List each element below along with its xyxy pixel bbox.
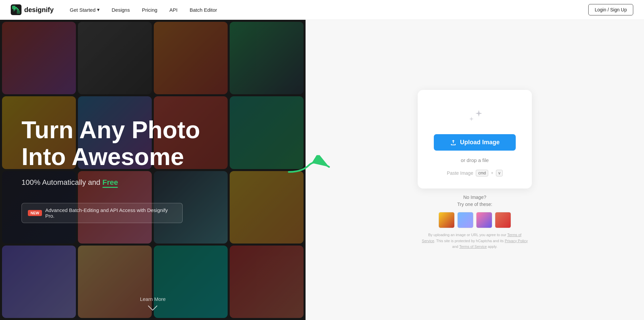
svg-rect-1: [12, 6, 15, 9]
chevron-down-icon: [148, 301, 157, 311]
paste-row: Paste Image cmd + v: [447, 170, 503, 176]
nav-batch-editor[interactable]: Batch Editor: [190, 7, 217, 13]
nav-get-started[interactable]: Get Started ▾: [70, 7, 100, 13]
legal-text: By uploading an image or URL you agree t…: [421, 232, 528, 250]
kbd-cmd: cmd: [476, 170, 488, 176]
sparkles-icon: [464, 106, 486, 127]
hero-badge: NEW Advanced Batch-Editing and API Acces…: [21, 203, 183, 223]
nav-pricing[interactable]: Pricing: [142, 7, 157, 13]
svg-rect-2: [17, 10, 20, 14]
chevron-icon: ▾: [97, 7, 100, 13]
sample-images: [439, 212, 511, 228]
sample-image-1[interactable]: [439, 212, 455, 228]
logo-icon: [11, 4, 21, 15]
nav-api[interactable]: API: [170, 7, 178, 13]
badge-text: Advanced Batch-Editing and API Access wi…: [45, 207, 176, 219]
no-image-section: No Image? Try one of these:: [439, 194, 511, 228]
main-container: Turn Any Photo Into Awesome 100% Automat…: [0, 20, 644, 320]
login-button[interactable]: Login / Sign Up: [588, 4, 633, 15]
nav-links: Get Started ▾ Designs Pricing API Batch …: [70, 7, 588, 13]
upload-card: Upload Image or drop a file Paste Image …: [418, 90, 532, 189]
learn-more-link[interactable]: Learn More: [140, 296, 166, 309]
nav-designs[interactable]: Designs: [112, 7, 130, 13]
sample-image-4[interactable]: [495, 212, 511, 228]
badge-new-label: NEW: [28, 210, 42, 216]
upload-image-button[interactable]: Upload Image: [434, 134, 516, 151]
logo-link[interactable]: designify: [11, 4, 54, 15]
sample-image-2[interactable]: [457, 212, 473, 228]
hero-overlay: Turn Any Photo Into Awesome 100% Automat…: [0, 20, 306, 320]
hero-section: Turn Any Photo Into Awesome 100% Automat…: [0, 20, 306, 320]
no-image-text: No Image? Try one of these:: [457, 194, 493, 208]
upload-icon: [450, 139, 457, 146]
kbd-v: v: [496, 170, 503, 176]
navbar: designify Get Started ▾ Designs Pricing …: [0, 0, 644, 20]
terms-of-service-link[interactable]: Terms of Service: [459, 245, 487, 249]
green-arrow-icon: [285, 155, 332, 178]
privacy-link[interactable]: Privacy Policy: [505, 239, 527, 243]
logo-text: designify: [24, 6, 54, 14]
right-panel: Upload Image or drop a file Paste Image …: [306, 20, 644, 320]
sample-image-3[interactable]: [476, 212, 492, 228]
hero-title: Turn Any Photo Into Awesome: [21, 117, 284, 170]
arrow-container: [285, 155, 332, 180]
hero-subtitle: 100% Automatically and Free: [21, 178, 284, 187]
drop-label: or drop a file: [461, 157, 489, 163]
